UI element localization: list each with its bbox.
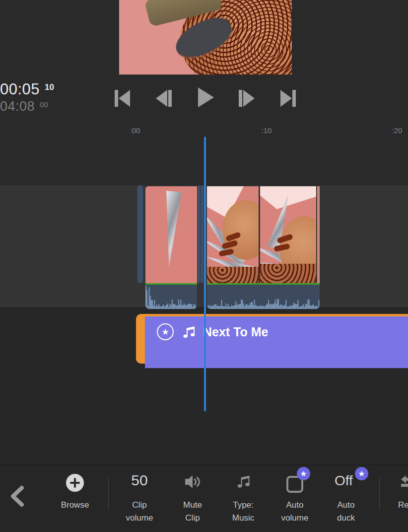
step-forward-icon bbox=[238, 89, 256, 109]
ruler-tick: :00 bbox=[130, 126, 140, 135]
current-timecode-frames: 10 bbox=[45, 83, 54, 91]
clip1-thumbnail bbox=[145, 186, 197, 284]
mute-clip-button[interactable]: Mute Clip bbox=[175, 465, 210, 525]
music-note-icon bbox=[181, 324, 197, 342]
go-to-end-button[interactable] bbox=[276, 88, 300, 110]
star-badge-icon: ★ bbox=[297, 467, 310, 480]
play-button[interactable] bbox=[194, 87, 217, 109]
timeline-ruler[interactable]: :00 :10 :20 bbox=[0, 119, 408, 137]
henna-cone-art bbox=[157, 191, 186, 269]
auto-duck-label: Auto duck bbox=[329, 499, 363, 525]
clip1-left-trim-handle[interactable] bbox=[137, 185, 143, 283]
clip2-audio-level-line bbox=[207, 283, 320, 285]
rush-editor-window: 00:05 10 04:08 00 :00 :10 bbox=[0, 0, 408, 532]
timecode-display: 00:05 10 04:08 00 bbox=[0, 81, 54, 113]
clip1-waveform bbox=[145, 285, 197, 309]
replace-label: Re bbox=[398, 499, 408, 512]
music-clip-body: ★ Next To Me bbox=[145, 316, 408, 368]
clip-volume-label: Clip volume bbox=[120, 499, 159, 525]
browse-button[interactable]: Browse bbox=[55, 465, 95, 525]
replace-icon bbox=[400, 474, 408, 493]
play-icon bbox=[195, 87, 216, 110]
speaker-icon bbox=[184, 473, 202, 492]
step-back-button[interactable] bbox=[152, 88, 176, 110]
toolbar-divider bbox=[108, 478, 109, 509]
go-to-start-button[interactable] bbox=[110, 88, 134, 110]
type-music-label: Type: Music bbox=[226, 499, 261, 525]
step-back-icon bbox=[155, 89, 173, 109]
clip-volume-value: 50 bbox=[120, 472, 159, 489]
video-preview-monitor bbox=[119, 0, 292, 75]
auto-duck-button[interactable]: Off ★ Auto duck bbox=[329, 465, 363, 525]
chevron-left-icon bbox=[9, 501, 26, 509]
star-circle-icon: ★ bbox=[157, 323, 174, 340]
clip1-right-trim-handle[interactable] bbox=[198, 185, 200, 283]
henna-palm-art bbox=[260, 264, 316, 284]
replace-button[interactable]: Re bbox=[396, 465, 408, 525]
plus-circle-icon bbox=[66, 474, 84, 492]
clip2-thumbnail-2 bbox=[260, 186, 316, 284]
mute-clip-label: Mute Clip bbox=[175, 499, 210, 525]
go-to-start-icon bbox=[113, 89, 131, 109]
browse-label: Browse bbox=[55, 499, 95, 512]
current-timecode: 00:05 bbox=[0, 81, 40, 97]
clip2-thumbnail-3 bbox=[317, 186, 320, 284]
music-clip[interactable]: ★ Next To Me bbox=[136, 314, 408, 364]
star-badge-icon: ★ bbox=[355, 467, 368, 480]
plastic-sheet-art bbox=[260, 186, 316, 209]
auto-volume-button[interactable]: ★ Auto volume bbox=[275, 465, 315, 525]
duration-timecode-frames: 00 bbox=[40, 101, 48, 108]
music-note-icon bbox=[235, 473, 252, 492]
clip2-thumbnail-1 bbox=[207, 186, 259, 284]
playhead[interactable] bbox=[204, 137, 206, 411]
music-clip-title: Next To Me bbox=[203, 325, 269, 339]
toolbar-divider bbox=[379, 478, 380, 509]
auto-volume-label: Auto volume bbox=[275, 499, 315, 525]
auto-duck-value: Off bbox=[335, 473, 353, 489]
ruler-tick: :20 bbox=[392, 126, 403, 135]
clip2-waveform bbox=[207, 285, 320, 309]
clip1-audio-level-line bbox=[145, 283, 197, 285]
back-button[interactable] bbox=[9, 485, 31, 510]
type-music-button[interactable]: Type: Music bbox=[226, 465, 261, 525]
step-forward-button[interactable] bbox=[235, 88, 259, 110]
duration-timecode: 04:08 bbox=[0, 100, 35, 113]
henna-palm-art bbox=[207, 267, 259, 284]
ruler-tick: :10 bbox=[262, 126, 272, 135]
go-to-end-icon bbox=[279, 89, 297, 109]
bottom-toolbar: Browse 50 Clip volume Mute Clip bbox=[0, 464, 408, 532]
clip2-left-trim-handle[interactable] bbox=[201, 185, 204, 283]
clip-volume-button[interactable]: 50 Clip volume bbox=[120, 465, 159, 525]
